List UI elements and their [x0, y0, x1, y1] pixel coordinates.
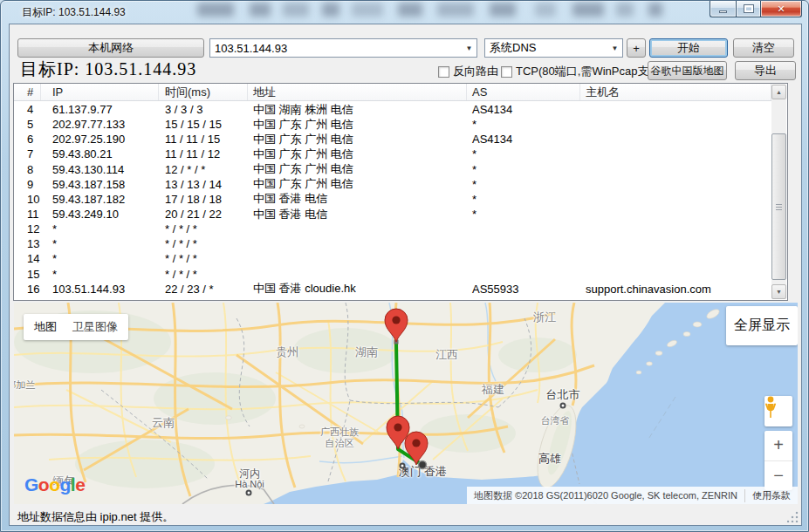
map-canvas[interactable]: 湖南江西浙江福建贵州云南广西壮族自治区那加兰缅甸台湾省台北市高雄澳门香港河内Hà…: [14, 303, 798, 504]
export-button[interactable]: 导出: [735, 61, 796, 80]
table-row[interactable]: 13** / * / *: [14, 236, 771, 251]
fullscreen-button[interactable]: 全屏显示: [726, 306, 798, 345]
zoom-out-button[interactable]: −: [764, 461, 792, 491]
map-type-control[interactable]: 地图 卫星图像: [24, 314, 128, 340]
pegman-control[interactable]: [764, 396, 792, 426]
google-logo-letter: o: [38, 474, 49, 494]
table-row[interactable]: 12** / * / *: [14, 222, 771, 236]
attribution-text: 地图数据 ©2018 GS(2011)6020 Google, SK telec…: [467, 489, 744, 502]
table-row[interactable]: 1159.43.249.1020 / 21 / 22中国 香港 电信*: [14, 207, 771, 222]
dns-combobox[interactable]: 系统DNS ▼: [484, 38, 623, 58]
cell-time: 11 / 11 / 12: [159, 147, 248, 160]
cell-host: support.chinavasion.com: [580, 283, 771, 296]
cell-as: AS4134: [467, 133, 580, 146]
cell-ip: 103.51.144.93: [41, 283, 159, 296]
map-pins: [385, 309, 428, 465]
cell-time: 22 / 23 / *: [159, 283, 248, 296]
tcp-label: TCP(80端口,需WinPcap支持): [516, 64, 664, 79]
table-row[interactable]: 15** / * / *: [14, 267, 771, 282]
pin-hongkong[interactable]: [405, 432, 428, 465]
table-row[interactable]: 859.43.130.11412 / * / *中国 广东 广州 电信*: [14, 162, 771, 177]
glass-blur-decor: [572, 3, 604, 17]
target-ip-combobox[interactable]: 103.51.144.93 ▼: [209, 38, 477, 58]
cell-as: *: [467, 193, 580, 206]
checkbox-box[interactable]: [438, 66, 449, 78]
table-row[interactable]: 16103.51.144.9322 / 23 / *中国 香港 cloudie.…: [14, 282, 771, 297]
maximize-button[interactable]: [736, 1, 760, 17]
table-header[interactable]: # IP 时间(ms) 地址 AS 主机名: [14, 84, 771, 101]
add-button[interactable]: +: [627, 38, 646, 58]
tcp-checkbox[interactable]: TCP(80端口,需WinPcap支持): [501, 64, 664, 79]
terms-link[interactable]: 使用条款: [744, 489, 798, 502]
cell-time: * / * / *: [159, 222, 248, 235]
title-bar[interactable]: 目标IP: 103.51.144.93 ✕: [1, 1, 808, 24]
col-hostname[interactable]: 主机名: [580, 84, 771, 100]
clear-button[interactable]: 清空: [733, 38, 794, 58]
chevron-down-icon[interactable]: ▼: [607, 44, 622, 52]
col-address[interactable]: 地址: [248, 84, 467, 100]
table-row[interactable]: 14** / * / *: [14, 251, 771, 266]
dns-value: 系统DNS: [485, 40, 607, 56]
close-button[interactable]: ✕: [760, 1, 802, 17]
scrollbar-thumb[interactable]: [771, 133, 786, 280]
zoom-in-button[interactable]: +: [764, 431, 792, 461]
target-ip-label: 目标IP: 103.51.144.93: [20, 58, 196, 81]
table-row[interactable]: 5202.97.77.13315 / 15 / 15中国 广东 广州 电信*: [14, 117, 771, 132]
vertical-scrollbar[interactable]: ▲ ▼: [771, 85, 786, 299]
cell-time: 12 / * / *: [159, 163, 248, 176]
cell-as: *: [467, 118, 580, 131]
col-time[interactable]: 时间(ms): [159, 84, 248, 100]
col-hop[interactable]: #: [14, 84, 41, 100]
map-type-satellite-button[interactable]: 卫星图像: [72, 319, 118, 335]
cell-addr: 中国 广东 广州 电信: [248, 117, 467, 133]
google-logo[interactable]: Google: [24, 474, 85, 495]
cell-ip: *: [41, 237, 159, 250]
reverse-route-checkbox[interactable]: 反向路由: [438, 64, 498, 79]
map-zoom-control: + −: [764, 431, 792, 490]
window-title: 目标IP: 103.51.144.93: [22, 5, 126, 20]
cell-addr: 中国 广东 广州 电信: [248, 161, 467, 177]
scroll-down-button[interactable]: ▼: [771, 284, 786, 299]
table-row[interactable]: 959.43.187.15813 / 13 / 14中国 广东 广州 电信*: [14, 177, 771, 192]
table-row[interactable]: 461.137.9.773 / 3 / 3中国 湖南 株洲 电信AS4134: [14, 102, 771, 117]
maximize-icon: [744, 5, 753, 12]
cell-time: * / * / *: [159, 252, 248, 265]
google-china-map-button[interactable]: 谷歌中国版地图: [648, 61, 727, 80]
start-button[interactable]: 开始: [649, 38, 728, 58]
table-body: 461.137.9.773 / 3 / 3中国 湖南 株洲 电信AS413452…: [14, 102, 771, 300]
col-as[interactable]: AS: [467, 84, 580, 100]
cell-ip: 202.97.77.133: [41, 118, 159, 131]
cell-time: 15 / 15 / 15: [159, 118, 248, 131]
traceroute-table: # IP 时间(ms) 地址 AS 主机名 461.137.9.773 / 3 …: [13, 83, 788, 301]
cell-time: 17 / 18 / 18: [159, 193, 248, 206]
map-attribution: 地图数据 ©2018 GS(2011)6020 Google, SK telec…: [467, 487, 798, 504]
cell-addr: 中国 香港 cloudie.hk: [248, 281, 467, 297]
scroll-up-button[interactable]: ▲: [771, 85, 786, 99]
cell-time: 11 / 11 / 15: [159, 133, 248, 146]
minimize-icon: [719, 10, 727, 13]
google-logo-letter: G: [24, 474, 38, 494]
map-type-map-button[interactable]: 地图: [34, 319, 57, 335]
minimize-button[interactable]: [710, 1, 736, 17]
checkbox-box[interactable]: [501, 66, 512, 78]
cell-time: 13 / 13 / 14: [159, 178, 248, 191]
local-network-button[interactable]: 本机网络: [17, 38, 204, 58]
table-row[interactable]: 6202.97.25.19011 / 11 / 15中国 广东 广州 电信AS4…: [14, 132, 771, 147]
google-logo-letter: o: [49, 474, 59, 494]
chevron-down-icon[interactable]: ▼: [462, 44, 476, 52]
col-ip[interactable]: IP: [41, 84, 159, 100]
cell-hop: 6: [14, 133, 41, 146]
cell-ip: 61.137.9.77: [41, 103, 159, 116]
pin-zhuzhou[interactable]: [385, 309, 408, 342]
cell-hop: 8: [14, 163, 41, 176]
glass-blur-decor: [197, 3, 234, 17]
cell-as: AS55933: [467, 283, 580, 296]
cell-time: 3 / 3 / 3: [159, 103, 248, 116]
cell-hop: 14: [14, 252, 41, 265]
table-row[interactable]: 1059.43.187.18217 / 18 / 18中国 香港 电信*: [14, 192, 771, 207]
table-row[interactable]: 759.43.80.2111 / 11 / 12中国 广东 广州 电信*: [14, 147, 771, 161]
target-ip-value: 103.51.144.93: [210, 42, 462, 55]
resize-grip[interactable]: [787, 511, 799, 522]
cell-addr: 中国 湖南 株洲 电信: [248, 102, 467, 118]
client-area: 本机网络 103.51.144.93 ▼ 系统DNS ▼ + 开始 清空 目标I…: [9, 24, 802, 526]
